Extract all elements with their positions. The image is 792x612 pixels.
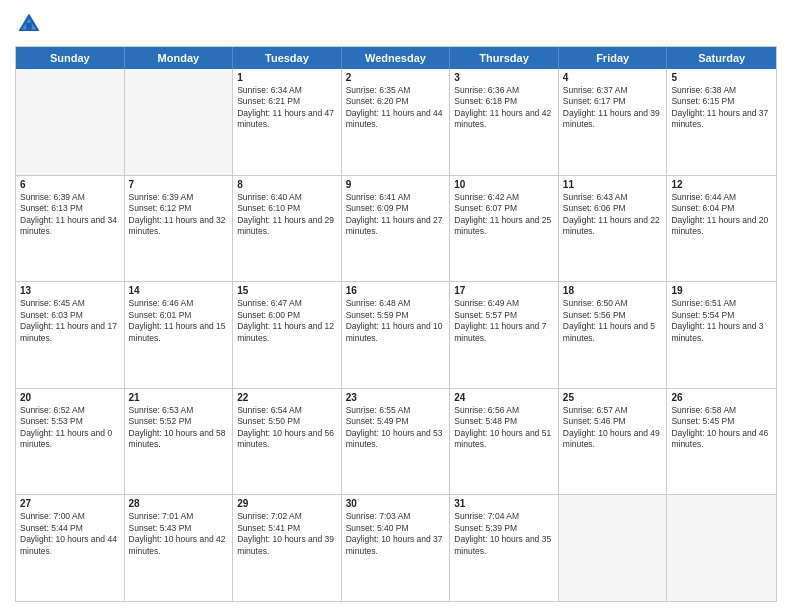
sun-info: Sunrise: 6:57 AMSunset: 5:46 PMDaylight:… <box>563 405 663 451</box>
calendar-day-9: 9Sunrise: 6:41 AMSunset: 6:09 PMDaylight… <box>342 176 451 282</box>
sun-info: Sunrise: 6:42 AMSunset: 6:07 PMDaylight:… <box>454 192 554 238</box>
day-number: 9 <box>346 179 446 190</box>
calendar-day-23: 23Sunrise: 6:55 AMSunset: 5:49 PMDayligh… <box>342 389 451 495</box>
calendar-day-empty <box>16 69 125 175</box>
calendar-body: 1Sunrise: 6:34 AMSunset: 6:21 PMDaylight… <box>16 69 776 601</box>
sun-info: Sunrise: 6:48 AMSunset: 5:59 PMDaylight:… <box>346 298 446 344</box>
weekday-header-sunday: Sunday <box>16 47 125 69</box>
page: SundayMondayTuesdayWednesdayThursdayFrid… <box>0 0 792 612</box>
calendar-day-12: 12Sunrise: 6:44 AMSunset: 6:04 PMDayligh… <box>667 176 776 282</box>
calendar-day-25: 25Sunrise: 6:57 AMSunset: 5:46 PMDayligh… <box>559 389 668 495</box>
calendar-day-14: 14Sunrise: 6:46 AMSunset: 6:01 PMDayligh… <box>125 282 234 388</box>
calendar-day-6: 6Sunrise: 6:39 AMSunset: 6:13 PMDaylight… <box>16 176 125 282</box>
sun-info: Sunrise: 6:38 AMSunset: 6:15 PMDaylight:… <box>671 85 772 131</box>
sun-info: Sunrise: 6:49 AMSunset: 5:57 PMDaylight:… <box>454 298 554 344</box>
sun-info: Sunrise: 7:02 AMSunset: 5:41 PMDaylight:… <box>237 511 337 557</box>
weekday-header-saturday: Saturday <box>667 47 776 69</box>
day-number: 11 <box>563 179 663 190</box>
calendar-day-19: 19Sunrise: 6:51 AMSunset: 5:54 PMDayligh… <box>667 282 776 388</box>
calendar-day-2: 2Sunrise: 6:35 AMSunset: 6:20 PMDaylight… <box>342 69 451 175</box>
sun-info: Sunrise: 6:36 AMSunset: 6:18 PMDaylight:… <box>454 85 554 131</box>
sun-info: Sunrise: 6:34 AMSunset: 6:21 PMDaylight:… <box>237 85 337 131</box>
day-number: 16 <box>346 285 446 296</box>
weekday-header-tuesday: Tuesday <box>233 47 342 69</box>
day-number: 29 <box>237 498 337 509</box>
logo <box>15 10 47 38</box>
day-number: 30 <box>346 498 446 509</box>
day-number: 26 <box>671 392 772 403</box>
calendar-day-29: 29Sunrise: 7:02 AMSunset: 5:41 PMDayligh… <box>233 495 342 601</box>
calendar-week-5: 27Sunrise: 7:00 AMSunset: 5:44 PMDayligh… <box>16 494 776 601</box>
calendar-day-20: 20Sunrise: 6:52 AMSunset: 5:53 PMDayligh… <box>16 389 125 495</box>
calendar-day-21: 21Sunrise: 6:53 AMSunset: 5:52 PMDayligh… <box>125 389 234 495</box>
calendar-day-5: 5Sunrise: 6:38 AMSunset: 6:15 PMDaylight… <box>667 69 776 175</box>
header <box>15 10 777 38</box>
calendar-day-16: 16Sunrise: 6:48 AMSunset: 5:59 PMDayligh… <box>342 282 451 388</box>
calendar-day-8: 8Sunrise: 6:40 AMSunset: 6:10 PMDaylight… <box>233 176 342 282</box>
calendar-day-22: 22Sunrise: 6:54 AMSunset: 5:50 PMDayligh… <box>233 389 342 495</box>
calendar-header-row: SundayMondayTuesdayWednesdayThursdayFrid… <box>16 47 776 69</box>
calendar-day-15: 15Sunrise: 6:47 AMSunset: 6:00 PMDayligh… <box>233 282 342 388</box>
day-number: 20 <box>20 392 120 403</box>
day-number: 5 <box>671 72 772 83</box>
sun-info: Sunrise: 6:45 AMSunset: 6:03 PMDaylight:… <box>20 298 120 344</box>
sun-info: Sunrise: 6:39 AMSunset: 6:12 PMDaylight:… <box>129 192 229 238</box>
sun-info: Sunrise: 7:03 AMSunset: 5:40 PMDaylight:… <box>346 511 446 557</box>
day-number: 24 <box>454 392 554 403</box>
day-number: 2 <box>346 72 446 83</box>
day-number: 18 <box>563 285 663 296</box>
calendar-day-31: 31Sunrise: 7:04 AMSunset: 5:39 PMDayligh… <box>450 495 559 601</box>
calendar-week-2: 6Sunrise: 6:39 AMSunset: 6:13 PMDaylight… <box>16 175 776 282</box>
logo-icon <box>15 10 43 38</box>
calendar-day-4: 4Sunrise: 6:37 AMSunset: 6:17 PMDaylight… <box>559 69 668 175</box>
day-number: 27 <box>20 498 120 509</box>
weekday-header-wednesday: Wednesday <box>342 47 451 69</box>
sun-info: Sunrise: 6:39 AMSunset: 6:13 PMDaylight:… <box>20 192 120 238</box>
sun-info: Sunrise: 6:53 AMSunset: 5:52 PMDaylight:… <box>129 405 229 451</box>
day-number: 3 <box>454 72 554 83</box>
calendar-day-1: 1Sunrise: 6:34 AMSunset: 6:21 PMDaylight… <box>233 69 342 175</box>
day-number: 8 <box>237 179 337 190</box>
calendar-day-24: 24Sunrise: 6:56 AMSunset: 5:48 PMDayligh… <box>450 389 559 495</box>
calendar-day-27: 27Sunrise: 7:00 AMSunset: 5:44 PMDayligh… <box>16 495 125 601</box>
day-number: 23 <box>346 392 446 403</box>
calendar-day-26: 26Sunrise: 6:58 AMSunset: 5:45 PMDayligh… <box>667 389 776 495</box>
day-number: 17 <box>454 285 554 296</box>
sun-info: Sunrise: 6:55 AMSunset: 5:49 PMDaylight:… <box>346 405 446 451</box>
day-number: 4 <box>563 72 663 83</box>
calendar-day-empty <box>559 495 668 601</box>
day-number: 15 <box>237 285 337 296</box>
sun-info: Sunrise: 6:40 AMSunset: 6:10 PMDaylight:… <box>237 192 337 238</box>
calendar-week-4: 20Sunrise: 6:52 AMSunset: 5:53 PMDayligh… <box>16 388 776 495</box>
calendar-day-13: 13Sunrise: 6:45 AMSunset: 6:03 PMDayligh… <box>16 282 125 388</box>
day-number: 12 <box>671 179 772 190</box>
weekday-header-friday: Friday <box>559 47 668 69</box>
calendar-week-3: 13Sunrise: 6:45 AMSunset: 6:03 PMDayligh… <box>16 281 776 388</box>
sun-info: Sunrise: 6:50 AMSunset: 5:56 PMDaylight:… <box>563 298 663 344</box>
sun-info: Sunrise: 6:43 AMSunset: 6:06 PMDaylight:… <box>563 192 663 238</box>
sun-info: Sunrise: 6:52 AMSunset: 5:53 PMDaylight:… <box>20 405 120 451</box>
day-number: 14 <box>129 285 229 296</box>
sun-info: Sunrise: 7:00 AMSunset: 5:44 PMDaylight:… <box>20 511 120 557</box>
calendar-day-28: 28Sunrise: 7:01 AMSunset: 5:43 PMDayligh… <box>125 495 234 601</box>
day-number: 28 <box>129 498 229 509</box>
calendar-day-10: 10Sunrise: 6:42 AMSunset: 6:07 PMDayligh… <box>450 176 559 282</box>
calendar: SundayMondayTuesdayWednesdayThursdayFrid… <box>15 46 777 602</box>
weekday-header-monday: Monday <box>125 47 234 69</box>
sun-info: Sunrise: 6:54 AMSunset: 5:50 PMDaylight:… <box>237 405 337 451</box>
day-number: 6 <box>20 179 120 190</box>
day-number: 10 <box>454 179 554 190</box>
sun-info: Sunrise: 6:41 AMSunset: 6:09 PMDaylight:… <box>346 192 446 238</box>
sun-info: Sunrise: 6:44 AMSunset: 6:04 PMDaylight:… <box>671 192 772 238</box>
sun-info: Sunrise: 6:37 AMSunset: 6:17 PMDaylight:… <box>563 85 663 131</box>
weekday-header-thursday: Thursday <box>450 47 559 69</box>
sun-info: Sunrise: 6:58 AMSunset: 5:45 PMDaylight:… <box>671 405 772 451</box>
day-number: 1 <box>237 72 337 83</box>
calendar-week-1: 1Sunrise: 6:34 AMSunset: 6:21 PMDaylight… <box>16 69 776 175</box>
svg-rect-2 <box>26 23 32 31</box>
day-number: 21 <box>129 392 229 403</box>
calendar-day-7: 7Sunrise: 6:39 AMSunset: 6:12 PMDaylight… <box>125 176 234 282</box>
sun-info: Sunrise: 6:35 AMSunset: 6:20 PMDaylight:… <box>346 85 446 131</box>
sun-info: Sunrise: 6:47 AMSunset: 6:00 PMDaylight:… <box>237 298 337 344</box>
calendar-day-11: 11Sunrise: 6:43 AMSunset: 6:06 PMDayligh… <box>559 176 668 282</box>
